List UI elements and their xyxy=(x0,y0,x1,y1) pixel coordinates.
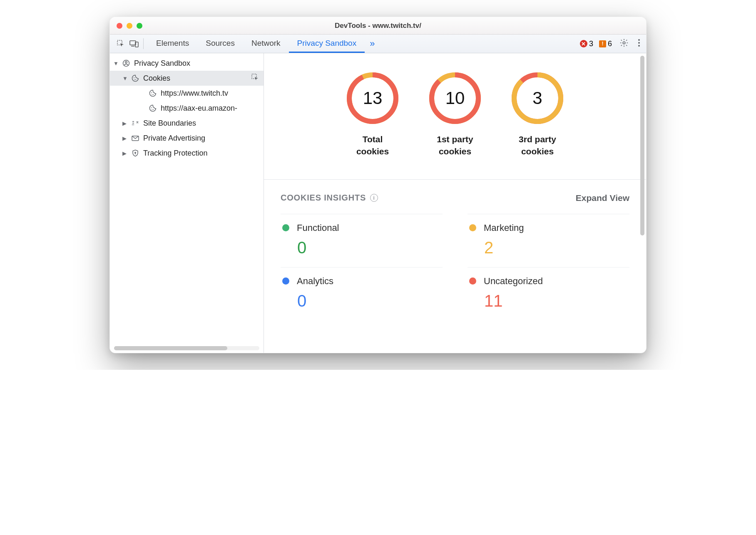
insight-card-marketing[interactable]: Marketing 2 xyxy=(468,214,629,267)
insight-card-uncategorized[interactable]: Uncategorized 11 xyxy=(468,267,629,320)
tree-item-label: https://aax-eu.amazon- xyxy=(161,104,237,113)
expand-view-button[interactable]: Expand View xyxy=(576,193,629,203)
tree-item-site-boundaries[interactable]: ▶Site Boundaries xyxy=(110,116,264,131)
main-vertical-scrollbar[interactable] xyxy=(640,56,644,235)
inspect-element-icon[interactable] xyxy=(114,37,127,50)
category-dot-icon xyxy=(469,277,476,285)
traffic-lights xyxy=(117,23,142,29)
device-toolbar-icon[interactable] xyxy=(127,37,141,50)
counter-label: 1st partycookies xyxy=(437,133,473,158)
insight-card-name: Functional xyxy=(297,223,339,233)
more-tabs-button[interactable]: » xyxy=(365,38,380,49)
toolbar: ElementsSourcesNetworkPrivacy Sandbox » … xyxy=(110,35,646,53)
tab-elements[interactable]: Elements xyxy=(148,35,197,53)
svg-point-7 xyxy=(638,45,640,47)
insight-card-value: 0 xyxy=(297,238,441,257)
error-count-value: 3 xyxy=(589,40,593,48)
close-window-button[interactable] xyxy=(117,23,122,29)
toolbar-separator xyxy=(143,38,144,49)
tree-item-label: Privacy Sandbox xyxy=(134,59,190,68)
svg-point-18 xyxy=(153,109,154,110)
tree-item-tracking-protection[interactable]: ▶Tracking Protection xyxy=(110,146,264,161)
tab-network[interactable]: Network xyxy=(243,35,289,53)
tree-item-privacy-sandbox[interactable]: ▼Privacy Sandbox xyxy=(110,56,264,71)
counter-ring: 3 xyxy=(511,72,564,125)
tree-item-private-advertising[interactable]: ▶Private Advertising xyxy=(110,131,264,146)
insight-cards: Functional 0 Marketing 2 Analytics 0 Unc… xyxy=(281,214,629,320)
boundaries-icon xyxy=(131,119,140,128)
tab-sources[interactable]: Sources xyxy=(197,35,243,53)
insight-card-analytics[interactable]: Analytics 0 xyxy=(281,267,443,320)
more-options-button[interactable] xyxy=(636,39,642,49)
warning-count[interactable]: ! 6 xyxy=(599,40,612,48)
counter-value: 10 xyxy=(428,72,482,125)
svg-point-17 xyxy=(151,107,152,108)
titlebar: DevTools - www.twitch.tv/ xyxy=(110,17,646,35)
category-dot-icon xyxy=(282,277,289,285)
panel-tabs: ElementsSourcesNetworkPrivacy Sandbox xyxy=(148,35,365,53)
insights-title-text: COOKIES INSIGHTS xyxy=(281,193,366,203)
tree-item-https-aax-eu-amazon[interactable]: https://aax-eu.amazon- xyxy=(110,101,264,116)
sidebar: ▼Privacy Sandbox▼Cookieshttps://www.twit… xyxy=(110,53,264,353)
devtools-window: DevTools - www.twitch.tv/ ElementsSource… xyxy=(109,17,647,353)
svg-point-11 xyxy=(135,79,136,80)
svg-point-19 xyxy=(152,109,152,110)
chevron-down-icon[interactable]: ▼ xyxy=(122,75,128,82)
warning-icon: ! xyxy=(599,40,606,47)
shield-icon xyxy=(131,149,140,158)
insight-card-value: 11 xyxy=(484,292,628,310)
insight-card-name: Marketing xyxy=(484,223,524,233)
minimize-window-button[interactable] xyxy=(127,23,132,29)
tree-item-https-www-twitch-tv[interactable]: https://www.twitch.tv xyxy=(110,86,264,101)
warning-count-value: 6 xyxy=(608,40,612,48)
sidebar-horizontal-scrollbar[interactable] xyxy=(114,346,259,350)
category-dot-icon xyxy=(469,224,476,231)
cookie-icon xyxy=(148,89,157,98)
chevron-right-icon[interactable]: ▶ xyxy=(122,120,128,126)
insight-card-name: Analytics xyxy=(297,276,333,287)
tree-item-label: Site Boundaries xyxy=(143,119,196,128)
svg-point-16 xyxy=(152,94,152,95)
window-title: DevTools - www.twitch.tv/ xyxy=(110,22,646,30)
svg-point-10 xyxy=(134,77,134,78)
counter-label: 3rd partycookies xyxy=(519,133,556,158)
info-icon[interactable]: i xyxy=(370,194,378,202)
tree-item-label: Cookies xyxy=(143,74,170,83)
sandbox-icon xyxy=(122,59,131,68)
insight-card-value: 0 xyxy=(297,292,441,310)
svg-point-12 xyxy=(134,79,135,80)
settings-button[interactable] xyxy=(618,38,630,49)
counter-total-cookies: 13 Totalcookies xyxy=(346,72,399,158)
error-icon: ✕ xyxy=(580,40,587,47)
insight-card-name: Uncategorized xyxy=(484,276,543,287)
tab-privacy-sandbox[interactable]: Privacy Sandbox xyxy=(289,35,365,53)
svg-point-6 xyxy=(638,42,640,44)
cookie-counters: 13 Totalcookies 10 1st partycookies 3 3r… xyxy=(264,53,646,180)
scrollbar-thumb[interactable] xyxy=(114,346,227,350)
insight-card-functional[interactable]: Functional 0 xyxy=(281,214,443,267)
counter-ring: 10 xyxy=(428,72,482,125)
inspect-cookies-icon[interactable] xyxy=(251,73,264,84)
svg-point-20 xyxy=(132,124,133,125)
category-dot-icon xyxy=(282,224,289,231)
svg-point-14 xyxy=(151,92,152,93)
error-count[interactable]: ✕ 3 xyxy=(580,40,593,48)
counter-value: 3 xyxy=(511,72,564,125)
chevron-right-icon[interactable]: ▶ xyxy=(122,135,128,141)
tree-item-label: Tracking Protection xyxy=(143,149,207,158)
tree-item-cookies[interactable]: ▼Cookies xyxy=(110,71,264,86)
svg-point-23 xyxy=(135,152,136,154)
chevron-down-icon[interactable]: ▼ xyxy=(113,60,119,67)
svg-point-9 xyxy=(125,61,127,63)
sidebar-tree: ▼Privacy Sandbox▼Cookieshttps://www.twit… xyxy=(110,53,264,161)
chevron-right-icon[interactable]: ▶ xyxy=(122,150,128,156)
main-panel: 13 Totalcookies 10 1st partycookies 3 3r… xyxy=(264,53,646,353)
cookie-icon xyxy=(131,74,140,83)
maximize-window-button[interactable] xyxy=(137,23,142,29)
advertising-icon xyxy=(131,134,140,143)
svg-point-5 xyxy=(638,39,640,41)
cookies-insights-section: COOKIES INSIGHTS i Expand View Functiona… xyxy=(264,180,646,324)
insight-card-value: 2 xyxy=(484,238,628,257)
panel-body: ▼Privacy Sandbox▼Cookieshttps://www.twit… xyxy=(110,53,646,353)
svg-point-21 xyxy=(133,124,134,125)
